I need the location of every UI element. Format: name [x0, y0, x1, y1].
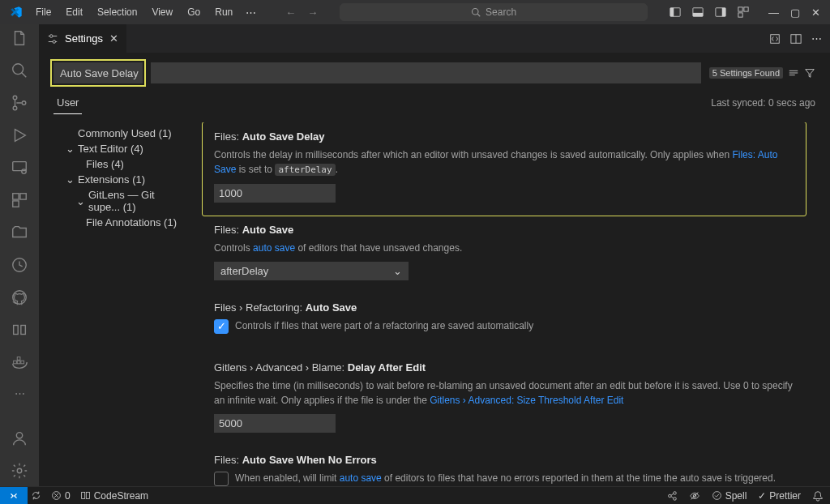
toc-extensions[interactable]: ⌄Extensions (1) [53, 172, 188, 187]
svg-rect-20 [13, 201, 19, 207]
svg-point-13 [13, 96, 17, 100]
extensions-icon[interactable] [10, 191, 29, 209]
svg-rect-45 [86, 492, 89, 498]
menu-selection[interactable]: Selection [91, 3, 143, 22]
auto-save-delay-input[interactable] [214, 184, 336, 203]
layout-sidebar-left-icon[interactable] [670, 6, 681, 18]
svg-line-49 [671, 493, 674, 495]
clear-search-icon[interactable] [788, 67, 799, 79]
window-maximize-icon[interactable]: ▢ [790, 6, 800, 19]
explorer-icon[interactable] [10, 29, 29, 47]
setting-description: Controls if files that were part of a re… [235, 318, 533, 333]
menu-go[interactable]: Go [181, 3, 207, 22]
scope-user-tab[interactable]: User [53, 92, 82, 114]
layout-panel-icon[interactable] [692, 6, 704, 18]
settings-list[interactable]: Files: Auto Save Delay Controls the dela… [188, 122, 815, 486]
tab-settings[interactable]: Settings ✕ [39, 24, 127, 53]
codestream-icon[interactable] [10, 321, 29, 339]
svg-rect-9 [744, 7, 748, 11]
status-notifications-icon[interactable] [812, 490, 824, 502]
toc-text-editor[interactable]: ⌄Text Editor (4) [53, 141, 188, 156]
chevron-down-icon: ⌄ [76, 195, 85, 207]
link-size-threshold[interactable]: Gitlens › Advanced: Size Threshold After… [430, 395, 623, 406]
split-editor-icon[interactable] [790, 33, 802, 45]
setting-description: When enabled, will limit auto save of ed… [235, 471, 794, 487]
setting-auto-save-delay: Files: Auto Save Delay Controls the dela… [203, 122, 806, 216]
app-menu: File Edit Selection View Go Run ⋯ [29, 3, 261, 22]
status-crossed-eye[interactable] [689, 490, 700, 502]
docker-icon[interactable] [10, 353, 29, 371]
toc-file-annotations[interactable]: File Annotations (1) [53, 215, 188, 230]
svg-rect-3 [670, 8, 674, 17]
filter-icon[interactable] [804, 67, 815, 79]
run-debug-icon[interactable] [10, 126, 29, 144]
status-prettier[interactable]: ✓Prettier [758, 490, 801, 502]
svg-line-50 [671, 496, 674, 498]
setting-auto-save-no-errors: Files: Auto Save When No Errors When ena… [203, 446, 806, 487]
svg-rect-24 [21, 326, 26, 335]
status-problems[interactable]: 0 [51, 490, 71, 502]
settings-icon [47, 33, 58, 45]
nav-back-icon[interactable]: ← [285, 6, 296, 19]
command-center-placeholder: Search [486, 6, 516, 18]
menu-overflow-icon[interactable]: ⋯ [241, 3, 261, 22]
nav-arrows: ← → [285, 6, 318, 19]
svg-point-22 [13, 291, 27, 305]
layout-customize-icon[interactable] [738, 6, 749, 18]
menu-view[interactable]: View [145, 3, 179, 22]
auto-save-no-errors-checkbox[interactable] [214, 472, 229, 486]
svg-line-1 [477, 14, 480, 16]
vscode-logo-icon [10, 6, 23, 19]
svg-point-17 [22, 169, 27, 174]
remote-indicator[interactable] [0, 487, 28, 505]
menu-file[interactable]: File [29, 3, 58, 22]
svg-point-30 [17, 468, 22, 473]
toc-gitlens[interactable]: ⌄GitLens — Git supe... (1) [53, 187, 188, 215]
projects-icon[interactable] [10, 224, 29, 241]
tab-close-icon[interactable]: ✕ [109, 32, 118, 45]
search-icon [471, 7, 481, 17]
nav-forward-icon[interactable]: → [307, 6, 318, 19]
window-close-icon[interactable]: ✕ [811, 6, 820, 19]
setting-refactoring-auto-save: Files › Refactoring: Auto Save ✓ Control… [203, 293, 806, 347]
svg-point-53 [712, 492, 721, 500]
layout-sidebar-right-icon[interactable] [715, 6, 726, 18]
github-icon[interactable] [10, 288, 29, 306]
toc-commonly-used[interactable]: Commonly Used (1) [53, 126, 188, 141]
window-minimize-icon[interactable]: — [768, 6, 779, 19]
svg-rect-26 [17, 361, 20, 364]
sync-status: Last synced: 0 secs ago [711, 97, 815, 109]
menu-run[interactable]: Run [208, 3, 239, 22]
menu-edit[interactable]: Edit [59, 3, 89, 22]
status-codestream[interactable]: CodeStream [80, 490, 148, 502]
chevron-down-icon: ⌄ [65, 143, 75, 155]
open-settings-json-icon[interactable] [769, 33, 781, 45]
remote-explorer-icon[interactable] [10, 159, 29, 177]
svg-point-48 [673, 497, 676, 500]
status-live-share[interactable] [666, 490, 678, 502]
activity-overflow-icon[interactable]: ⋯ [10, 386, 29, 400]
tab-label: Settings [65, 32, 103, 45]
settings-search-extension [151, 62, 701, 83]
tab-more-icon[interactable]: ⋯ [811, 32, 822, 45]
search-activity-icon[interactable] [10, 62, 29, 79]
link-auto-save[interactable]: auto save [253, 242, 295, 254]
auto-save-select[interactable]: afterDelay⌄ [214, 262, 409, 280]
link-auto-save[interactable]: auto save [340, 472, 382, 484]
command-center-search[interactable]: Search [340, 3, 648, 21]
svg-point-0 [473, 9, 479, 15]
setting-description: Controls the delay in milliseconds after… [214, 147, 794, 177]
svg-rect-10 [738, 13, 742, 17]
source-control-icon[interactable] [10, 94, 29, 112]
svg-point-29 [16, 433, 22, 438]
settings-search-input-wrapper [53, 62, 143, 83]
gitlens-icon[interactable] [10, 256, 29, 274]
svg-point-11 [13, 64, 24, 75]
toc-files[interactable]: Files (4) [53, 156, 188, 172]
accounts-icon[interactable] [10, 429, 29, 447]
status-spell[interactable]: Spell [712, 490, 747, 502]
status-sync[interactable] [31, 490, 41, 501]
refactoring-auto-save-checkbox[interactable]: ✓ [214, 319, 229, 334]
blame-delay-input[interactable] [214, 414, 336, 433]
settings-gear-icon[interactable] [10, 462, 29, 480]
